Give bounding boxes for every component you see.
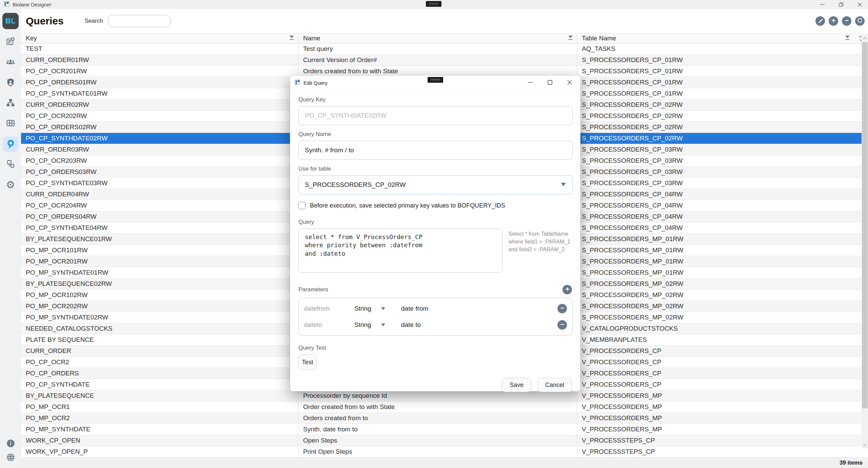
cell-name: Print Open Steps xyxy=(298,446,577,457)
use-for-table-select[interactable]: S_PROCESSORDERS_CP_02RW xyxy=(298,175,573,194)
minus-icon xyxy=(560,306,565,312)
cell-key: CURR_ORDER04RW xyxy=(21,189,298,200)
column-header-name[interactable]: Name xyxy=(298,34,577,43)
cell-table: V_PROCESSORDERS_MP xyxy=(577,424,862,435)
cell-table: S_PROCESSORDERS_MP_02RW xyxy=(577,290,862,300)
hierarchy-icon xyxy=(6,98,15,109)
info-icon[interactable] xyxy=(6,439,15,449)
query-name-field[interactable] xyxy=(298,141,573,160)
bofquery-checkbox[interactable] xyxy=(298,202,306,209)
search-label: Search xyxy=(85,18,103,24)
cell-key: WORK_VP_OPEN_P xyxy=(21,446,298,457)
sidebar-item-people[interactable] xyxy=(3,55,18,71)
filter-icon[interactable] xyxy=(845,35,850,42)
shield-person-icon xyxy=(6,78,15,89)
sidebar-item-settings[interactable]: ⚙ xyxy=(3,177,18,193)
remove-button[interactable] xyxy=(842,16,851,26)
query-sql-field[interactable]: select * from V_ProcessOrders_CP where p… xyxy=(298,229,502,273)
parameter-type-select[interactable]: String xyxy=(354,305,381,312)
cell-key: PO_CP_ORDERS04RW xyxy=(21,211,298,222)
table-row[interactable]: PO_MP_SYNTHDATESynth. date from toV_PROC… xyxy=(21,424,862,435)
table-row[interactable]: CURR_ORDER01RWCurrent Version of Order#S… xyxy=(21,55,862,66)
item-count: 39 items xyxy=(840,460,863,466)
sidebar-item-queries[interactable] xyxy=(3,136,18,152)
parameter-description-field[interactable]: date to xyxy=(401,321,557,329)
sidebar-item-hierarchy[interactable] xyxy=(3,96,18,111)
cell-key: NEEDED_CATALOGSTOCKS xyxy=(21,323,298,334)
cell-key: PO_CP_SYNTHDATE02RW xyxy=(21,133,298,144)
globe-icon[interactable] xyxy=(6,453,15,463)
cell-table: S_PROCESSORDERS_CP_04RW xyxy=(577,211,862,222)
cell-key: PO_MP_OCR101RW xyxy=(21,245,298,256)
test-button[interactable]: Test xyxy=(298,354,317,370)
cell-table: S_PROCESSORDERS_CP_04RW xyxy=(577,222,862,233)
sidebar-item-tables[interactable] xyxy=(3,116,18,132)
parameter-description-field[interactable]: date from xyxy=(401,305,557,312)
cell-table: V_PROCESSORDERS_CP xyxy=(577,357,862,368)
cell-key: PO_CP_OCR2 xyxy=(21,357,298,368)
scroll-down-arrow[interactable] xyxy=(862,442,868,448)
cell-key: PO_CP_OCR203RW xyxy=(21,155,298,166)
table-row[interactable]: TESTTest queryAQ_TASKS xyxy=(21,43,862,55)
query-key-field[interactable] xyxy=(298,106,573,125)
selected-table-value: S_PROCESSORDERS_CP_02RW xyxy=(305,181,406,189)
cell-key: PO_MP_OCR2 xyxy=(21,413,298,424)
cell-key: PO_MP_OCR102RW xyxy=(21,290,298,300)
dialog-maximize-button[interactable] xyxy=(548,80,552,86)
window-close-button[interactable] xyxy=(857,2,862,7)
table-row[interactable]: PO_MP_OCR1Order created from to with Sta… xyxy=(21,402,862,413)
cell-table: S_PROCESSORDERS_MP_02RW xyxy=(577,312,862,323)
cell-key: PO_CP_SYNTHDATE xyxy=(21,379,298,390)
cell-name: Orders created from to xyxy=(298,413,577,424)
cell-table: V_PROCESSSTEPS_CP xyxy=(577,435,862,446)
chevron-down-icon[interactable] xyxy=(381,323,386,327)
dialog-close-button[interactable] xyxy=(567,80,572,86)
status-bar: 39 items xyxy=(21,457,868,468)
table-row[interactable]: WORK_CP_OPENOpen StepsV_PROCESSSTEPS_CP xyxy=(21,435,862,446)
sidebar-item-forms[interactable] xyxy=(3,35,18,50)
cell-name: Synth. date from to xyxy=(298,424,577,435)
add-parameter-button[interactable] xyxy=(563,285,572,294)
search-input[interactable] xyxy=(108,15,171,27)
window-minimize-button[interactable] xyxy=(820,2,825,7)
cell-table: V_PROCESSSTEPS_CP xyxy=(577,446,862,457)
cell-table: S_PROCESSORDERS_CP_04RW xyxy=(577,189,862,200)
cell-name: Test query xyxy=(298,43,577,54)
chevron-down-icon[interactable] xyxy=(381,307,386,311)
sidebar-item-security[interactable] xyxy=(3,75,18,91)
parameter-name-field[interactable]: datefrom xyxy=(304,305,354,312)
query-test-label: Query Test xyxy=(298,345,572,351)
cell-table: S_PROCESSORDERS_MP_01RW xyxy=(577,234,862,245)
window-restore-button[interactable] xyxy=(839,2,843,7)
filter-icon[interactable] xyxy=(289,35,295,42)
bofquery-checkbox-row: Before execution, save selected primary … xyxy=(298,202,572,209)
save-button[interactable]: Save xyxy=(502,378,531,392)
cell-table: S_PROCESSORDERS_CP_02RW xyxy=(577,111,862,121)
dialog-share-indicator xyxy=(428,77,443,83)
cell-table: S_PROCESSORDERS_CP_04RW xyxy=(577,200,862,211)
table-row[interactable]: PO_MP_OCR2Orders created from toV_PROCES… xyxy=(21,413,862,424)
dialog-minimize-button[interactable] xyxy=(528,80,533,86)
table-row[interactable]: WORK_VP_OPEN_PPrint Open StepsV_PROCESSS… xyxy=(21,446,862,457)
table-scrollbar[interactable] xyxy=(862,35,868,448)
cell-key: CURR_ORDER01RW xyxy=(21,55,298,65)
parameter-type-select[interactable]: String xyxy=(354,321,381,329)
add-button[interactable] xyxy=(829,16,838,26)
filter-icon[interactable] xyxy=(568,35,573,42)
cell-key: PO_CP_ORDERS03RW xyxy=(21,167,298,177)
remove-parameter-button[interactable] xyxy=(557,320,567,330)
cell-key: CURR_ORDER03RW xyxy=(21,144,298,155)
cell-key: PO_CP_OCR204RW xyxy=(21,200,298,211)
scroll-up-arrow[interactable] xyxy=(862,35,868,41)
cancel-button[interactable]: Cancel xyxy=(537,378,572,392)
column-header-table-name[interactable]: Table Name xyxy=(577,34,868,43)
parameter-name-field[interactable]: dateto xyxy=(304,321,354,329)
sidebar-item-workflow[interactable] xyxy=(3,157,18,172)
remove-parameter-button[interactable] xyxy=(557,304,567,313)
scrollbar-thumb[interactable] xyxy=(862,42,868,408)
parameters-label: Parameters xyxy=(298,286,328,293)
use-for-table-label: Use for table xyxy=(298,165,572,172)
refresh-button[interactable] xyxy=(855,16,865,26)
edit-button[interactable] xyxy=(815,16,825,26)
column-header-key[interactable]: Key xyxy=(21,34,298,43)
